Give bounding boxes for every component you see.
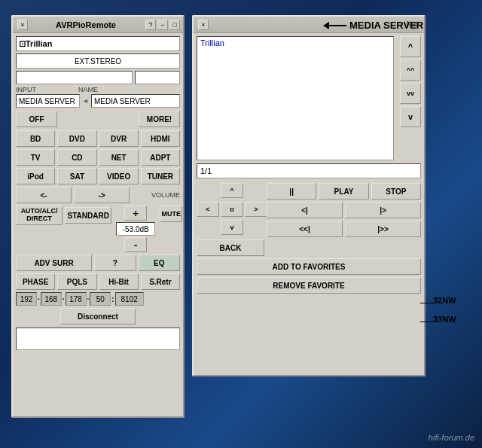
source-buttons-grid: BD DVD DVR HDMI TV CD NET ADPT iPod SAT …	[16, 130, 180, 184]
add-favorites-row: ADD TO FAVORITES	[197, 258, 421, 275]
min-btn-left[interactable]: −	[157, 20, 168, 30]
line-32nw	[420, 303, 434, 303]
scroll-up-button[interactable]: ^	[400, 36, 421, 57]
add-to-favorites-button[interactable]: ADD TO FAVORITES	[197, 258, 421, 275]
left-panel-content: ⊡Trillian EXT.STEREO INPUT NAME MEDIA SE…	[13, 33, 183, 353]
media-item-trillian[interactable]: Trillian	[197, 37, 393, 49]
help-btn-left[interactable]: ?	[145, 20, 156, 30]
ip-part-4[interactable]: 50	[90, 292, 111, 306]
disconnect-button[interactable]: Disconnect	[60, 308, 136, 325]
nav-up-button[interactable]: ^	[221, 183, 243, 198]
vol-up-button[interactable]: +	[124, 206, 147, 221]
status-field	[16, 328, 180, 350]
right-panel: × Net Trillian ^ ^^ vv v 1/1 ^ < o >	[192, 15, 426, 376]
eq-button[interactable]: EQ	[139, 254, 181, 271]
device-name-field[interactable]: ⊡Trillian	[16, 36, 180, 51]
input-label: INPUT	[16, 86, 76, 93]
arrow-indicator: ◄	[82, 97, 89, 105]
prev-track-button[interactable]: <|	[267, 202, 343, 218]
scroll-down-double-button[interactable]: vv	[400, 83, 421, 104]
scroll-down-button[interactable]: v	[400, 106, 421, 127]
left-panel: × AVRPioRemote ? − □ ⊡Trillian EXT.STERE…	[11, 15, 185, 418]
hibit-button[interactable]: Hi-Bit	[99, 273, 139, 290]
bd-button[interactable]: BD	[16, 130, 55, 147]
left-title-bar: × AVRPioRemote ? − □	[13, 17, 183, 33]
transport-row-1: || PLAY STOP	[267, 183, 421, 200]
mode-buttons-grid: PHASE PQLS Hi-Bit S.Retr	[16, 273, 180, 290]
next-track-button[interactable]: |>	[345, 202, 421, 218]
small-input-2[interactable]	[135, 71, 180, 84]
nav-display: 1/1	[197, 163, 421, 178]
ip-colon: :	[111, 295, 114, 303]
remove-favorite-button[interactable]: REMOVE FAVORITE	[197, 277, 421, 294]
ip-part-1[interactable]: 192	[16, 292, 37, 306]
off-button[interactable]: OFF	[16, 111, 57, 127]
volume-label: VOLUME	[132, 191, 180, 199]
media-server-label: MEDIA SERVER	[349, 20, 423, 31]
back-row: BACK	[197, 239, 421, 256]
nav-right-button[interactable]: >	[245, 202, 267, 217]
ip-port[interactable]: 8102	[115, 292, 144, 306]
hdmi-button[interactable]: HDMI	[141, 130, 180, 147]
media-server-annotation: MEDIA SERVER	[324, 20, 423, 31]
dvd-button[interactable]: DVD	[57, 130, 96, 147]
ip-part-3[interactable]: 178	[66, 292, 87, 306]
back-button[interactable]: BACK	[197, 239, 264, 256]
vol-down-button[interactable]: -	[124, 237, 147, 252]
rewind-button[interactable]: <<|	[267, 221, 343, 237]
net-button[interactable]: NET	[99, 149, 139, 166]
pqls-button[interactable]: PQLS	[57, 273, 96, 290]
remove-favorite-row: REMOVE FAVORITE	[197, 277, 421, 294]
tuner-button[interactable]: TUNER	[141, 168, 180, 184]
ip-dot-3: ·	[87, 295, 90, 303]
ip-dot-2: ·	[63, 295, 65, 303]
small-input-1[interactable]	[16, 71, 133, 84]
input-mode-field: EXT.STEREO	[16, 53, 180, 69]
dvr-button[interactable]: DVR	[99, 130, 139, 147]
control-area: ^ < o > v || PLAY STOP <| |>	[194, 181, 424, 296]
left-panel-title: AVRPioRemote	[28, 20, 144, 29]
watermark: hifi-forum.de	[429, 433, 474, 442]
video-button[interactable]: VIDEO	[99, 168, 139, 184]
name-value-field[interactable]: MEDIA SERVER	[91, 94, 180, 108]
label-33nw: 33NW	[433, 315, 456, 324]
question-button[interactable]: ?	[94, 254, 136, 271]
auto-alc-button[interactable]: AUTO/ALC/DIRECT	[16, 206, 63, 225]
scroll-buttons: ^ ^^ vv v	[400, 36, 421, 127]
input-value-field[interactable]: MEDIA SERVER	[16, 94, 80, 108]
ip-dot-1: ·	[38, 295, 40, 303]
media-list-area: Trillian ^ ^^ vv v	[197, 36, 421, 160]
play-button[interactable]: PLAY	[319, 183, 368, 200]
nav-down-button[interactable]: v	[221, 220, 243, 235]
tv-button[interactable]: TV	[16, 149, 55, 166]
phase-button[interactable]: PHASE	[16, 273, 55, 290]
mute-button[interactable]: MUTE	[160, 206, 182, 222]
stop-button[interactable]: STOP	[371, 183, 421, 200]
adv-surr-button[interactable]: ADV SURR	[16, 254, 92, 271]
standard-button[interactable]: STANDARD	[65, 207, 111, 224]
close-btn-right[interactable]: ×	[198, 20, 209, 30]
adpt-button[interactable]: ADPT	[141, 149, 180, 166]
transport-buttons: || PLAY STOP <| |> <<| |>>	[267, 183, 421, 237]
fast-forward-button[interactable]: |>>	[345, 221, 421, 237]
close-btn-left[interactable]: ×	[17, 20, 28, 30]
max-btn-left[interactable]: □	[169, 20, 180, 30]
name-label: NAME	[78, 86, 98, 93]
scroll-up-double-button[interactable]: ^^	[400, 59, 421, 81]
ip-part-2[interactable]: 168	[41, 292, 62, 306]
prev-button[interactable]: <-	[16, 187, 72, 203]
more-button[interactable]: MORE!	[139, 111, 180, 127]
volume-display: -53.0dB	[116, 222, 155, 236]
ipod-button[interactable]: iPod	[16, 168, 55, 184]
playback-row-1: ^ < o > v || PLAY STOP <| |>	[197, 183, 421, 237]
pause-button[interactable]: ||	[267, 183, 316, 200]
nav-left-button[interactable]: <	[197, 202, 219, 217]
sretr-button[interactable]: S.Retr	[141, 273, 180, 290]
cd-button[interactable]: CD	[57, 149, 96, 166]
ip-address-row: 192 · 168 · 178 · 50 : 8102	[16, 292, 180, 306]
nav-center-button[interactable]: o	[221, 202, 243, 217]
line-33nw	[420, 322, 434, 322]
media-list[interactable]: Trillian	[197, 36, 394, 160]
next-button[interactable]: ->	[74, 187, 130, 203]
sat-button[interactable]: SAT	[57, 168, 96, 184]
